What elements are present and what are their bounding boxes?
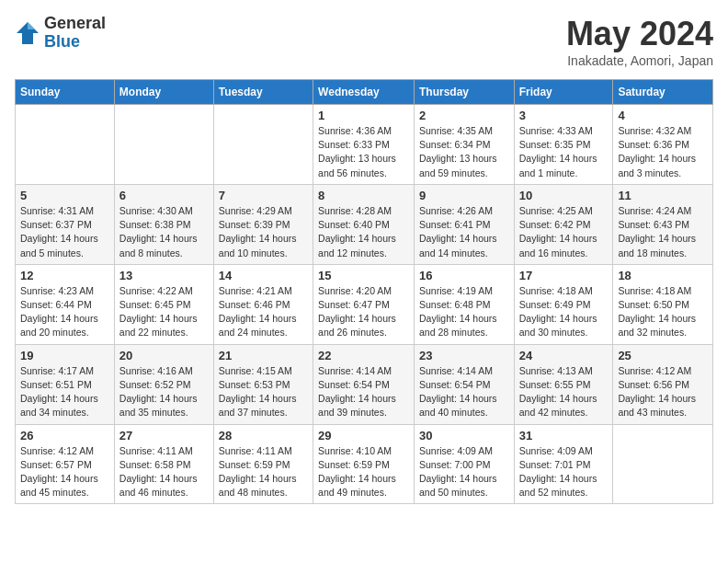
calendar-cell: 18Sunrise: 4:18 AMSunset: 6:50 PMDayligh… [613,264,713,344]
day-info: Sunrise: 4:31 AMSunset: 6:37 PMDaylight:… [20,204,109,260]
calendar-cell: 2Sunrise: 4:35 AMSunset: 6:34 PMDaylight… [414,105,514,185]
day-number: 13 [119,269,209,282]
day-info: Sunrise: 4:13 AMSunset: 6:55 PMDaylight:… [519,364,609,420]
calendar-cell: 6Sunrise: 4:30 AMSunset: 6:38 PMDaylight… [114,184,213,264]
logo-general-text: General [44,15,106,33]
weekday-header: Wednesday [313,80,415,105]
day-info: Sunrise: 4:12 AMSunset: 6:56 PMDaylight:… [618,364,708,420]
day-number: 29 [318,429,409,442]
day-number: 14 [219,269,308,282]
day-number: 4 [618,109,708,122]
calendar-cell [16,105,115,185]
day-number: 25 [618,349,708,362]
day-info: Sunrise: 4:20 AMSunset: 6:47 PMDaylight:… [318,284,409,340]
day-info: Sunrise: 4:26 AMSunset: 6:41 PMDaylight:… [419,204,509,260]
day-number: 23 [419,349,509,362]
calendar-cell: 16Sunrise: 4:19 AMSunset: 6:48 PMDayligh… [414,264,514,344]
day-info: Sunrise: 4:30 AMSunset: 6:38 PMDaylight:… [119,204,209,260]
day-info: Sunrise: 4:33 AMSunset: 6:35 PMDaylight:… [519,124,609,180]
day-number: 24 [519,349,609,362]
calendar-cell: 23Sunrise: 4:14 AMSunset: 6:54 PMDayligh… [414,344,514,424]
day-number: 22 [318,349,409,362]
day-number: 12 [20,269,109,282]
day-info: Sunrise: 4:29 AMSunset: 6:39 PMDaylight:… [219,204,308,260]
day-info: Sunrise: 4:11 AMSunset: 6:58 PMDaylight:… [119,444,209,500]
day-info: Sunrise: 4:15 AMSunset: 6:53 PMDaylight:… [219,364,308,420]
day-number: 21 [219,349,308,362]
calendar-cell [114,105,213,185]
weekday-header: Thursday [414,80,514,105]
day-info: Sunrise: 4:10 AMSunset: 6:59 PMDaylight:… [318,444,409,500]
calendar-cell: 12Sunrise: 4:23 AMSunset: 6:44 PMDayligh… [16,264,115,344]
calendar-cell: 31Sunrise: 4:09 AMSunset: 7:01 PMDayligh… [514,424,613,504]
calendar-header-row: SundayMondayTuesdayWednesdayThursdayFrid… [16,80,713,105]
day-info: Sunrise: 4:25 AMSunset: 6:42 PMDaylight:… [519,204,609,260]
calendar-week-row: 19Sunrise: 4:17 AMSunset: 6:51 PMDayligh… [16,344,713,424]
day-info: Sunrise: 4:14 AMSunset: 6:54 PMDaylight:… [419,364,509,420]
calendar-cell: 9Sunrise: 4:26 AMSunset: 6:41 PMDaylight… [414,184,514,264]
day-info: Sunrise: 4:18 AMSunset: 6:49 PMDaylight:… [519,284,609,340]
day-number: 30 [419,429,509,442]
day-info: Sunrise: 4:19 AMSunset: 6:48 PMDaylight:… [419,284,509,340]
day-number: 6 [119,189,209,202]
calendar-cell: 14Sunrise: 4:21 AMSunset: 6:46 PMDayligh… [213,264,313,344]
day-info: Sunrise: 4:28 AMSunset: 6:40 PMDaylight:… [318,204,409,260]
calendar-cell: 17Sunrise: 4:18 AMSunset: 6:49 PMDayligh… [514,264,613,344]
weekday-header: Tuesday [213,80,313,105]
calendar-cell: 5Sunrise: 4:31 AMSunset: 6:37 PMDaylight… [16,184,115,264]
day-number: 15 [318,269,409,282]
month-title: May 2024 [566,15,713,53]
calendar-week-row: 5Sunrise: 4:31 AMSunset: 6:37 PMDaylight… [16,184,713,264]
weekday-header: Monday [114,80,213,105]
calendar-week-row: 26Sunrise: 4:12 AMSunset: 6:57 PMDayligh… [16,424,713,504]
calendar-cell [613,424,713,504]
day-number: 28 [219,429,308,442]
calendar-week-row: 1Sunrise: 4:36 AMSunset: 6:33 PMDaylight… [16,105,713,185]
calendar-cell: 10Sunrise: 4:25 AMSunset: 6:42 PMDayligh… [514,184,613,264]
calendar-cell: 11Sunrise: 4:24 AMSunset: 6:43 PMDayligh… [613,184,713,264]
calendar-cell: 27Sunrise: 4:11 AMSunset: 6:58 PMDayligh… [114,424,213,504]
title-block: May 2024 Inakadate, Aomori, Japan [566,15,713,68]
logo-icon [15,20,40,46]
day-info: Sunrise: 4:12 AMSunset: 6:57 PMDaylight:… [20,444,109,500]
day-info: Sunrise: 4:35 AMSunset: 6:34 PMDaylight:… [419,124,509,180]
calendar-cell: 19Sunrise: 4:17 AMSunset: 6:51 PMDayligh… [16,344,115,424]
day-number: 10 [519,189,609,202]
day-number: 8 [318,189,409,202]
day-number: 11 [618,189,708,202]
calendar-cell: 1Sunrise: 4:36 AMSunset: 6:33 PMDaylight… [313,105,415,185]
day-info: Sunrise: 4:32 AMSunset: 6:36 PMDaylight:… [618,124,708,180]
logo-blue-text: Blue [44,33,106,52]
calendar-cell: 7Sunrise: 4:29 AMSunset: 6:39 PMDaylight… [213,184,313,264]
calendar-cell: 13Sunrise: 4:22 AMSunset: 6:45 PMDayligh… [114,264,213,344]
day-number: 9 [419,189,509,202]
day-info: Sunrise: 4:09 AMSunset: 7:00 PMDaylight:… [419,444,509,500]
day-number: 1 [318,109,409,122]
day-number: 31 [519,429,609,442]
day-info: Sunrise: 4:09 AMSunset: 7:01 PMDaylight:… [519,444,609,500]
day-number: 27 [119,429,209,442]
calendar-cell: 21Sunrise: 4:15 AMSunset: 6:53 PMDayligh… [213,344,313,424]
calendar-cell: 4Sunrise: 4:32 AMSunset: 6:36 PMDaylight… [613,105,713,185]
day-info: Sunrise: 4:23 AMSunset: 6:44 PMDaylight:… [20,284,109,340]
calendar-cell: 25Sunrise: 4:12 AMSunset: 6:56 PMDayligh… [613,344,713,424]
svg-marker-1 [28,22,35,29]
calendar-cell: 3Sunrise: 4:33 AMSunset: 6:35 PMDaylight… [514,105,613,185]
calendar-cell: 26Sunrise: 4:12 AMSunset: 6:57 PMDayligh… [16,424,115,504]
logo: General Blue [15,15,106,52]
day-number: 19 [20,349,109,362]
location-text: Inakadate, Aomori, Japan [566,53,713,68]
calendar-cell [213,105,313,185]
day-info: Sunrise: 4:22 AMSunset: 6:45 PMDaylight:… [119,284,209,340]
calendar-cell: 20Sunrise: 4:16 AMSunset: 6:52 PMDayligh… [114,344,213,424]
day-info: Sunrise: 4:16 AMSunset: 6:52 PMDaylight:… [119,364,209,420]
day-number: 5 [20,189,109,202]
day-number: 17 [519,269,609,282]
day-number: 16 [419,269,509,282]
page-header: General Blue May 2024 Inakadate, Aomori,… [15,15,713,68]
weekday-header: Saturday [613,80,713,105]
weekday-header: Friday [514,80,613,105]
day-info: Sunrise: 4:36 AMSunset: 6:33 PMDaylight:… [318,124,409,180]
day-info: Sunrise: 4:11 AMSunset: 6:59 PMDaylight:… [219,444,308,500]
day-info: Sunrise: 4:18 AMSunset: 6:50 PMDaylight:… [618,284,708,340]
